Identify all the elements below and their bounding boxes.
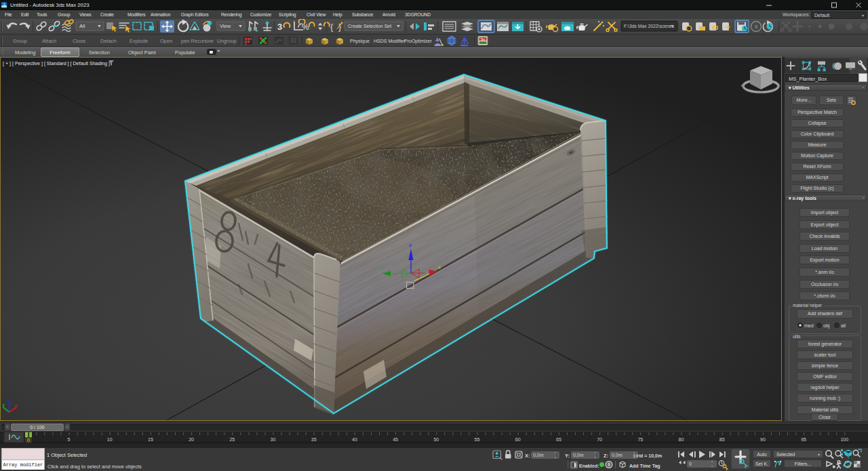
svg-text:Explode: Explode <box>130 38 148 44</box>
svg-text:all: all <box>841 323 846 328</box>
svg-text:55: 55 <box>475 437 480 442</box>
svg-text:x: x <box>438 264 441 270</box>
svg-text:35: 35 <box>311 437 317 442</box>
svg-text:5: 5 <box>68 437 71 442</box>
svg-text:65: 65 <box>556 437 561 442</box>
svg-text:Close: Close <box>73 38 85 44</box>
svg-text:View: View <box>220 23 231 29</box>
svg-text:z: z <box>409 242 412 248</box>
svg-text:[ + ] [ Perspective ] [ Standa: [ + ] [ Perspective ] [ Standard ] [ Def… <box>3 61 110 66</box>
svg-text:3: 3 <box>3 3 5 7</box>
svg-text:ProOptimizer: ProOptimizer <box>404 39 433 44</box>
svg-text:All: All <box>79 23 85 29</box>
svg-text:Tex: Tex <box>480 38 486 41</box>
svg-text:Physique: Physique <box>350 39 370 44</box>
svg-text:50: 50 <box>433 437 439 442</box>
svg-text:100: 100 <box>840 437 848 442</box>
svg-text:85: 85 <box>719 437 725 442</box>
svg-text:25: 25 <box>229 437 235 442</box>
svg-text:8: 8 <box>755 24 757 30</box>
svg-text:F:\3ds Max 2022\scenes: F:\3ds Max 2022\scenes <box>624 24 675 28</box>
svg-text:95: 95 <box>801 437 806 442</box>
svg-text:60: 60 <box>515 437 521 442</box>
svg-text:10: 10 <box>107 437 113 442</box>
svg-text:30: 30 <box>271 437 276 442</box>
svg-text:75: 75 <box>637 437 643 442</box>
svg-text:med: med <box>804 323 814 328</box>
svg-text:Group: Group <box>13 38 27 44</box>
svg-text:45: 45 <box>393 437 398 442</box>
svg-text:80: 80 <box>679 437 684 442</box>
svg-text:Y: Y <box>380 265 384 271</box>
svg-text:Ungroup: Ungroup <box>217 38 237 44</box>
svg-text:15: 15 <box>148 437 153 442</box>
svg-text:Attach: Attach <box>42 38 56 44</box>
svg-text:20: 20 <box>189 437 194 442</box>
svg-text:Detach: Detach <box>100 38 117 44</box>
svg-text:3: 3 <box>277 22 282 32</box>
svg-text:Open: Open <box>160 38 172 44</box>
svg-text:90: 90 <box>760 437 766 442</box>
svg-text:Create Selection Set: Create Selection Set <box>348 24 391 28</box>
svg-text:0: 0 <box>27 438 30 443</box>
svg-text:z: z <box>7 397 10 403</box>
svg-text:%: % <box>302 22 309 32</box>
svg-text:40: 40 <box>352 437 357 442</box>
svg-text:pen Recursive: pen Recursive <box>181 38 214 44</box>
svg-text:0: 0 <box>608 462 610 467</box>
svg-text:obj: obj <box>823 323 830 329</box>
svg-text:70: 70 <box>597 437 602 442</box>
svg-text:HSDS Modifier: HSDS Modifier <box>374 39 406 43</box>
svg-text:{: { <box>330 22 334 32</box>
